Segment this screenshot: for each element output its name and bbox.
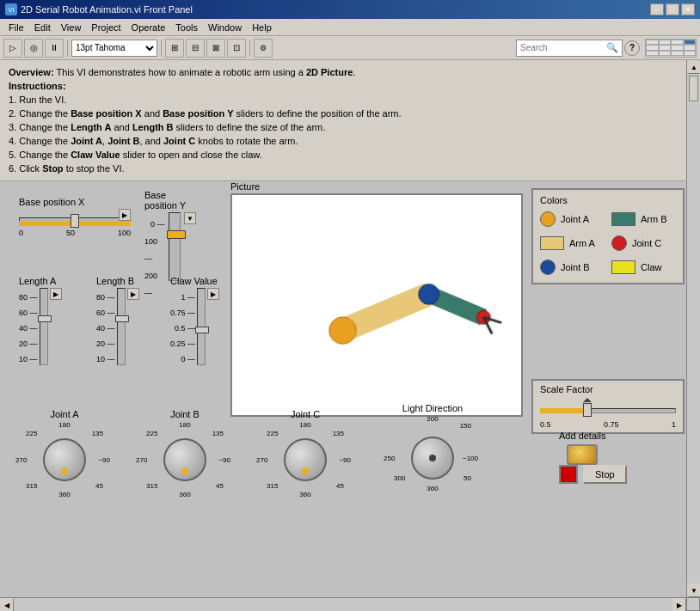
instructions-panel: Overview: This VI demonstrates how to an… — [0, 60, 700, 181]
scroll-left-button[interactable]: ◀ — [0, 598, 14, 611]
base-pos-y-thumb[interactable] — [167, 230, 186, 239]
length-a-btn[interactable]: ▶ — [50, 288, 62, 300]
base-pos-x-thumb[interactable] — [71, 214, 79, 228]
scroll-right-button[interactable]: ▶ — [672, 598, 686, 611]
env-button[interactable]: ⚙ — [254, 39, 273, 58]
color-claw: Claw — [611, 260, 676, 275]
color-joint-a-swatch — [540, 211, 556, 227]
scrollbar-v[interactable]: ▲ ▼ — [686, 60, 700, 597]
length-b-label: Length B — [96, 276, 144, 286]
joint-c-control: Joint C 180 135 −90 45 360 315 270 225 — [267, 409, 344, 498]
scroll-track-h — [14, 598, 672, 611]
controls-area: Base position X ▶ 0 50 100 Base position… — [0, 181, 700, 611]
joint-b-knob[interactable] — [163, 438, 206, 481]
resize-button[interactable]: ⊠ — [206, 39, 225, 58]
claw-value-ticks: 1 — 0.75 — 0.5 — 0.25 — 0 — — [170, 290, 195, 367]
main-panel: Overview: This VI demonstrates how to an… — [0, 60, 700, 611]
picture-box — [230, 193, 523, 417]
joint-a-indicator — [61, 467, 68, 474]
light-direction-knob-area: 200 150 −100 50 360 300 250 — [394, 415, 471, 501]
scale-factor-slider[interactable] — [540, 398, 676, 419]
scale-factor-panel: Scale Factor 0.5 0.75 1 — [531, 379, 685, 434]
title-bar: VI 2D Serial Robot Animation.vi Front Pa… — [0, 0, 700, 19]
menu-project[interactable]: Project — [86, 21, 126, 34]
menu-help[interactable]: Help — [247, 21, 277, 34]
length-a-slider-wrap: 80 — 60 — 40 — 20 — 10 — ▶ — [19, 288, 66, 367]
light-direction-control: Light Direction 200 150 −100 50 360 300 … — [394, 403, 471, 501]
menu-bar: File Edit View Project Operate Tools Win… — [0, 19, 700, 36]
length-b-thumb[interactable] — [115, 315, 129, 322]
window-title: 2D Serial Robot Animation.vi Front Panel — [21, 4, 193, 15]
close-button[interactable]: ✕ — [681, 3, 695, 15]
menu-edit[interactable]: Edit — [29, 21, 56, 34]
menu-tools[interactable]: Tools — [170, 21, 203, 34]
length-b-btn[interactable]: ▶ — [127, 288, 139, 300]
distribute-button[interactable]: ⊟ — [186, 39, 205, 58]
scrollbar-h[interactable]: ◀ ▶ — [0, 597, 686, 611]
joint-a-knob[interactable] — [43, 438, 86, 481]
color-joint-c-label: Joint C — [632, 238, 661, 248]
length-a-control: Length A 80 — 60 — 40 — 20 — 10 — ▶ — [19, 276, 66, 367]
base-pos-x-inc[interactable]: ▶ — [119, 209, 131, 221]
joint-c-indicator — [302, 467, 309, 474]
joint-b-control: Joint B 180 135 −90 45 360 315 270 225 — [146, 409, 224, 498]
toolbar-sep3 — [249, 40, 250, 57]
font-select[interactable]: 13pt Tahoma — [71, 40, 157, 57]
light-direction-indicator — [429, 455, 436, 461]
claw-value-btn[interactable]: ▶ — [207, 288, 219, 300]
base-pos-x-label: Base position X — [19, 197, 131, 207]
length-b-track[interactable] — [117, 288, 126, 365]
color-claw-label: Claw — [641, 262, 661, 272]
menu-view[interactable]: View — [56, 21, 87, 34]
scroll-down-button[interactable]: ▼ — [687, 584, 700, 597]
base-pos-y-dec[interactable]: ▼ — [184, 212, 196, 224]
robot-canvas — [232, 195, 521, 415]
maximize-button[interactable]: □ — [666, 3, 679, 15]
claw-value-track[interactable] — [197, 288, 206, 365]
scale-factor-indicator — [583, 398, 592, 402]
minimize-button[interactable]: − — [650, 3, 664, 15]
menu-window[interactable]: Window — [203, 21, 247, 34]
claw-value-thumb[interactable] — [195, 327, 209, 333]
length-a-thumb[interactable] — [38, 315, 52, 322]
help-button[interactable]: ? — [624, 40, 640, 56]
reorder-button[interactable]: ⊡ — [227, 39, 246, 58]
scroll-thumb-v[interactable] — [689, 76, 698, 101]
base-pos-y-track[interactable] — [169, 212, 181, 281]
base-pos-x-control: Base position X ▶ 0 50 100 — [19, 197, 131, 237]
scroll-up-button[interactable]: ▲ — [687, 60, 700, 74]
light-direction-knob[interactable] — [411, 437, 454, 480]
joint-b-label: Joint B — [146, 409, 224, 419]
length-a-ticks: 80 — 60 — 40 — 20 — 10 — — [19, 290, 38, 367]
colors-grid: Joint A Arm B Arm A Joint C — [540, 209, 676, 278]
stop-button[interactable]: Stop — [583, 465, 627, 484]
menu-file[interactable]: File — [3, 21, 29, 34]
joint-c-knob[interactable] — [284, 438, 327, 481]
pause-button[interactable]: ⏸ — [45, 39, 64, 58]
add-details-button[interactable] — [567, 444, 598, 465]
color-arm-b: Arm B — [611, 211, 676, 227]
app-icon: VI — [5, 3, 17, 15]
length-b-slider-wrap: 80 — 60 — 40 — 20 — 10 — ▶ — [96, 288, 144, 367]
align-button[interactable]: ⊞ — [165, 39, 184, 58]
joint-c-label: Joint C — [267, 409, 344, 419]
joint-a-label: Joint A — [26, 409, 103, 419]
color-claw-swatch — [611, 260, 636, 274]
base-pos-y-btn: ▼ — [184, 212, 196, 224]
color-joint-c: Joint C — [611, 235, 676, 251]
menu-operate[interactable]: Operate — [126, 21, 171, 34]
length-b-control: Length B 80 — 60 — 40 — 20 — 10 — ▶ — [96, 276, 144, 367]
joint-a-knob-area: 180 135 −90 45 360 315 270 225 — [26, 421, 103, 498]
search-input[interactable] — [520, 43, 606, 52]
run-arrow-button[interactable]: ▷ — [3, 39, 22, 58]
base-pos-y-ticks: 0 — 100 — 200 — — [144, 216, 165, 302]
claw-value-control: Claw Value 1 — 0.75 — 0.5 — 0.25 — 0 — ▶ — [170, 276, 230, 367]
search-box: 🔍 — [516, 40, 623, 57]
scale-factor-thumb[interactable] — [583, 403, 592, 417]
toolbar-sep1 — [67, 40, 68, 57]
base-pos-x-ticks: 0 50 100 — [19, 229, 131, 237]
length-a-track[interactable] — [40, 288, 48, 365]
run-highlighted-button[interactable]: ◎ — [24, 39, 43, 58]
claw-value-slider-wrap: 1 — 0.75 — 0.5 — 0.25 — 0 — ▶ — [170, 288, 230, 367]
base-pos-x-slider[interactable]: ▶ — [19, 209, 131, 228]
